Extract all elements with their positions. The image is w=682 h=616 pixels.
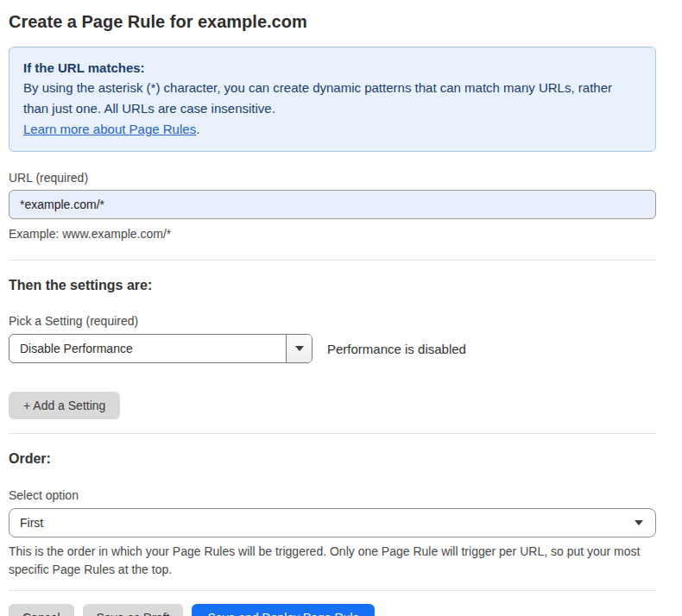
order-hint-text: This is the order in which your Page Rul… [9, 543, 656, 579]
settings-section-heading: Then the settings are: [9, 277, 656, 294]
order-select-label: Select option [9, 487, 656, 503]
setting-select-value: Disable Performance [9, 342, 286, 355]
learn-more-link[interactable]: Learn more about Page Rules [23, 122, 196, 136]
setting-row: Disable Performance Performance is disab… [9, 334, 656, 363]
add-setting-button[interactable]: + Add a Setting [9, 392, 120, 419]
page-title: Create a Page Rule for example.com [9, 10, 656, 33]
info-link-line: Learn more about Page Rules. [23, 119, 641, 140]
order-select-value: First [9, 516, 655, 530]
pick-setting-label: Pick a Setting (required) [9, 313, 656, 329]
info-box-body: By using the asterisk (*) character, you… [23, 78, 628, 119]
url-matches-info-box: If the URL matches: By using the asteris… [9, 47, 656, 152]
cancel-button[interactable]: Cancel [9, 604, 74, 616]
order-select[interactable]: First [9, 508, 656, 537]
info-box-heading: If the URL matches: [23, 58, 641, 78]
divider [9, 260, 656, 261]
url-input[interactable] [9, 190, 656, 219]
divider [9, 590, 656, 591]
save-as-draft-button[interactable]: Save as Draft [83, 604, 184, 616]
select-arrow-button[interactable] [286, 335, 312, 362]
chevron-down-icon [635, 520, 643, 525]
url-example-hint: Example: www.example.com/* [9, 225, 656, 243]
setting-status-text: Performance is disabled [327, 342, 466, 356]
create-page-rule-form: Create a Page Rule for example.com If th… [0, 0, 682, 616]
divider [9, 433, 656, 434]
setting-select[interactable]: Disable Performance [9, 334, 313, 363]
chevron-down-icon [295, 346, 304, 351]
url-field-label: URL (required) [9, 170, 656, 185]
save-and-deploy-button[interactable]: Save and Deploy Page Rule [192, 604, 375, 616]
order-section-heading: Order: [9, 450, 656, 468]
link-suffix: . [196, 122, 199, 136]
footer-actions: Cancel Save as Draft Save and Deploy Pag… [9, 604, 656, 616]
